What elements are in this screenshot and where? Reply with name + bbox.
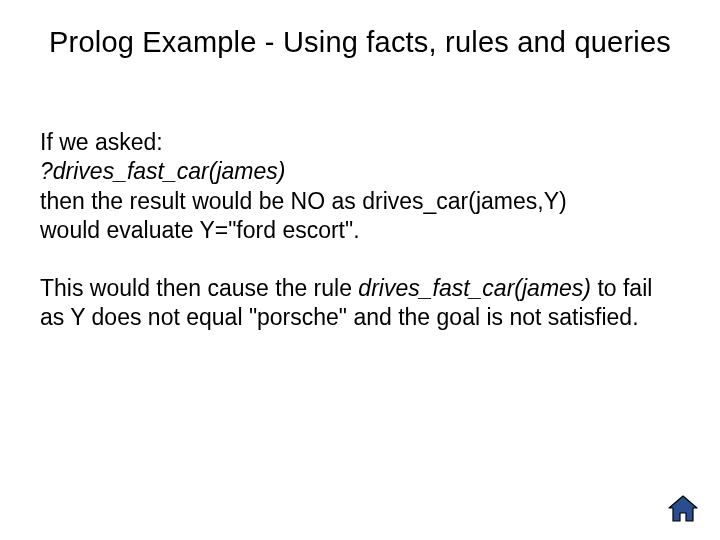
p1-line1: If we asked:	[40, 129, 163, 155]
paragraph-2: This would then cause the rule drives_fa…	[40, 274, 680, 333]
paragraph-1: If we asked: ?drives_fast_car(james) the…	[40, 128, 680, 246]
p1-line3b: would evaluate Y="ford escort".	[40, 217, 360, 243]
slide-body: If we asked: ?drives_fast_car(james) the…	[40, 128, 680, 361]
home-icon[interactable]	[666, 494, 700, 524]
p1-line3a: then the result would be NO as drives_ca…	[40, 188, 567, 214]
p1-query: ?drives_fast_car(james)	[40, 158, 285, 184]
p2-a: This would then cause the rule	[40, 275, 358, 301]
slide: Prolog Example - Using facts, rules and …	[0, 0, 720, 540]
home-icon-shape	[669, 496, 697, 521]
p2-rule: drives_fast_car(james)	[358, 275, 591, 301]
slide-title: Prolog Example - Using facts, rules and …	[0, 26, 720, 59]
